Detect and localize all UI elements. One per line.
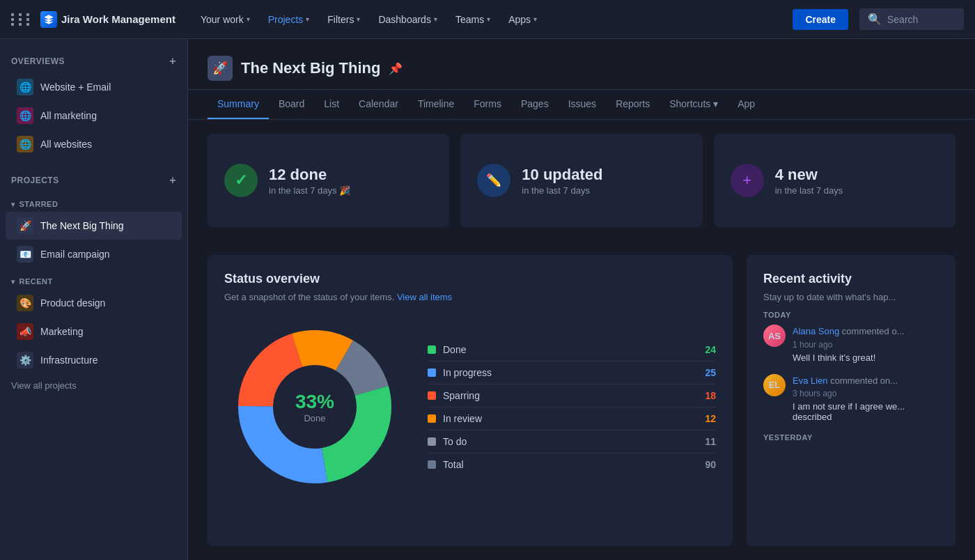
to-do-dot xyxy=(428,437,436,446)
stat-new: + 4 new in the last 7 days xyxy=(714,134,956,227)
stat-updated: ✏️ 10 updated in the last 7 days xyxy=(460,134,702,227)
website-email-icon: 🌐 xyxy=(17,79,33,95)
sidebar-item-all-marketing[interactable]: 🌐 All marketing xyxy=(6,102,182,130)
tab-forms[interactable]: Forms xyxy=(464,90,511,119)
chevron-down-icon: ▾ xyxy=(713,98,718,109)
done-icon: ✓ xyxy=(224,164,258,197)
overviews-section-header: Overviews + xyxy=(0,50,187,72)
stat-done-text: 12 done in the last 7 days 🎉 xyxy=(269,166,350,196)
create-button[interactable]: Create xyxy=(793,9,848,30)
activity-alana-content: Alana Song commented o... 1 hour ago Wel… xyxy=(793,325,904,363)
content-area: 🚀 The Next Big Thing 📌 Summary Board Lis… xyxy=(188,39,975,560)
total-dot xyxy=(428,460,436,469)
in-review-dot xyxy=(428,414,436,423)
chart-area: 33% Done Done 24 xyxy=(224,316,716,497)
tab-pages[interactable]: Pages xyxy=(511,90,559,119)
view-all-items-link[interactable]: View all items xyxy=(397,292,452,302)
search-box[interactable]: 🔍 xyxy=(859,8,964,30)
chevron-down-icon: ▾ xyxy=(247,15,250,23)
tab-app[interactable]: App xyxy=(728,90,765,119)
today-label: TODAY xyxy=(763,311,939,319)
main-content: ✓ 12 done in the last 7 days 🎉 ✏️ 10 upd… xyxy=(188,120,975,560)
top-navigation: Jira Work Management Your work ▾ Project… xyxy=(0,0,975,39)
app-logo: Jira Work Management xyxy=(40,11,176,28)
activity-item-alana: AS Alana Song commented o... 1 hour ago … xyxy=(763,325,939,363)
recent-section-header: ▾ RECENT xyxy=(0,269,187,288)
all-marketing-icon: 🌐 xyxy=(17,107,33,124)
all-websites-icon: 🌐 xyxy=(17,136,33,153)
recent-activity-panel: Recent activity Stay up to date with wha… xyxy=(747,255,956,546)
nav-dashboards[interactable]: Dashboards ▾ xyxy=(370,10,446,29)
nav-apps[interactable]: Apps ▾ xyxy=(500,10,545,29)
next-big-thing-icon: 🚀 xyxy=(17,217,33,234)
avatar-eva: EL xyxy=(763,374,786,396)
view-all-projects-link[interactable]: View all projects xyxy=(0,375,187,396)
sidebar-item-website-email[interactable]: 🌐 Website + Email xyxy=(6,73,182,101)
project-title: The Next Big Thing xyxy=(241,59,380,77)
chevron-down-icon: ▾ xyxy=(11,278,15,286)
main-layout: Overviews + 🌐 Website + Email 🌐 All mark… xyxy=(0,39,975,560)
chevron-down-icon: ▾ xyxy=(357,15,360,23)
tab-board[interactable]: Board xyxy=(269,90,314,119)
search-icon: 🔍 xyxy=(868,13,882,26)
tab-list[interactable]: List xyxy=(314,90,349,119)
jira-logo-icon xyxy=(40,11,57,28)
starred-section-header: ▾ STARRED xyxy=(0,192,187,211)
sidebar-item-product-design[interactable]: 🎨 Product design xyxy=(6,289,182,317)
donut-center: 33% Done xyxy=(295,391,334,423)
app-grid-icon[interactable] xyxy=(11,13,32,26)
tabs-bar: Summary Board List Calendar Timeline For… xyxy=(188,90,975,120)
tab-timeline[interactable]: Timeline xyxy=(408,90,464,119)
legend-total: Total 90 xyxy=(428,453,716,476)
legend-to-do: To do 11 xyxy=(428,430,716,453)
projects-section-header: Projects + xyxy=(0,169,187,192)
status-subtitle: Get a snapshot of the status of your ite… xyxy=(224,292,716,302)
legend-sparring: Sparring 18 xyxy=(428,384,716,407)
tab-summary[interactable]: Summary xyxy=(208,90,269,119)
legend-in-review: In review 12 xyxy=(428,407,716,430)
chevron-down-icon: ▾ xyxy=(434,15,437,23)
legend-in-progress: In progress 25 xyxy=(428,361,716,384)
pin-icon[interactable]: 📌 xyxy=(389,62,403,75)
activity-item-eva: EL Eva Lien commented on... 3 hours ago … xyxy=(763,374,939,423)
sidebar-item-next-big-thing[interactable]: 🚀 The Next Big Thing xyxy=(6,212,182,240)
activity-eva-name[interactable]: Eva Lien xyxy=(793,375,828,386)
sidebar-item-marketing[interactable]: 📣 Marketing xyxy=(6,318,182,345)
in-progress-dot xyxy=(428,368,436,377)
activity-eva-content: Eva Lien commented on... 3 hours ago I a… xyxy=(793,374,939,423)
nav-teams[interactable]: Teams ▾ xyxy=(447,10,499,29)
tab-reports[interactable]: Reports xyxy=(606,90,660,119)
donut-chart: 33% Done xyxy=(224,316,405,497)
nav-projects[interactable]: Projects ▾ xyxy=(260,10,318,29)
search-input[interactable] xyxy=(887,14,957,25)
nav-your-work[interactable]: Your work ▾ xyxy=(192,10,258,29)
sidebar-item-all-websites[interactable]: 🌐 All websites xyxy=(6,130,182,158)
add-project-button[interactable]: + xyxy=(169,175,176,186)
nav-filters[interactable]: Filters ▾ xyxy=(319,10,368,29)
sidebar-item-email-campaign[interactable]: 📧 Email campaign xyxy=(6,240,182,268)
updated-icon: ✏️ xyxy=(477,164,510,197)
stat-updated-text: 10 updated in the last 7 days xyxy=(522,166,602,196)
product-design-icon: 🎨 xyxy=(17,295,33,311)
stats-row: ✓ 12 done in the last 7 days 🎉 ✏️ 10 upd… xyxy=(208,134,956,227)
tab-calendar[interactable]: Calendar xyxy=(349,90,408,119)
infrastructure-icon: ⚙️ xyxy=(17,352,33,368)
done-dot xyxy=(428,345,436,354)
stat-new-text: 4 new in the last 7 days xyxy=(775,166,843,196)
activity-alana-name[interactable]: Alana Song xyxy=(793,326,839,336)
chart-legend: Done 24 In progress 25 xyxy=(428,339,716,476)
tab-shortcuts[interactable]: Shortcuts ▾ xyxy=(660,90,728,119)
tab-issues[interactable]: Issues xyxy=(559,90,606,119)
app-logo-text: Jira Work Management xyxy=(61,13,176,25)
avatar-alana: AS xyxy=(763,325,786,347)
chevron-down-icon: ▾ xyxy=(306,15,309,23)
sidebar-item-infrastructure[interactable]: ⚙️ Infrastructure xyxy=(6,346,182,374)
main-nav: Your work ▾ Projects ▾ Filters ▾ Dashboa… xyxy=(192,10,784,29)
add-overview-button[interactable]: + xyxy=(169,56,176,67)
marketing-icon: 📣 xyxy=(17,323,33,340)
project-header: 🚀 The Next Big Thing 📌 xyxy=(188,39,975,90)
status-overview: Status overview Get a snapshot of the st… xyxy=(208,255,733,546)
sparring-dot xyxy=(428,391,436,400)
chevron-down-icon: ▾ xyxy=(487,15,490,23)
project-icon: 🚀 xyxy=(208,56,233,81)
